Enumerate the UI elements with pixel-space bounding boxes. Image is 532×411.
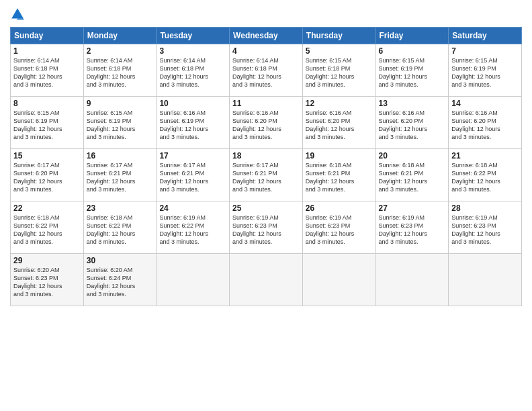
day-info: Sunrise: 6:14 AM Sunset: 6:18 PM Dayligh… (87, 56, 154, 89)
calendar-cell: 16Sunrise: 6:17 AM Sunset: 6:21 PM Dayli… (83, 149, 157, 201)
calendar-cell: 26Sunrise: 6:19 AM Sunset: 6:23 PM Dayli… (302, 201, 375, 254)
calendar-cell (157, 254, 230, 306)
day-number: 10 (159, 99, 226, 108)
day-header: Wednesday (230, 28, 303, 44)
day-number: 13 (379, 99, 446, 108)
day-info: Sunrise: 6:15 AM Sunset: 6:19 PM Dayligh… (13, 109, 81, 142)
calendar-table: SundayMondayTuesdayWednesdayThursdayFrid… (10, 27, 522, 306)
day-info: Sunrise: 6:16 AM Sunset: 6:19 PM Dayligh… (159, 109, 226, 142)
calendar-cell: 19Sunrise: 6:18 AM Sunset: 6:21 PM Dayli… (302, 149, 375, 201)
day-info: Sunrise: 6:20 AM Sunset: 6:23 PM Dayligh… (13, 266, 81, 299)
calendar-cell: 13Sunrise: 6:16 AM Sunset: 6:20 PM Dayli… (375, 97, 449, 149)
day-number: 1 (13, 46, 81, 56)
calendar-cell: 14Sunrise: 6:16 AM Sunset: 6:20 PM Dayli… (449, 97, 522, 149)
calendar-cell: 23Sunrise: 6:18 AM Sunset: 6:22 PM Dayli… (83, 201, 157, 254)
day-number: 16 (87, 151, 154, 161)
day-number: 3 (159, 46, 226, 56)
day-number: 28 (451, 203, 519, 213)
day-header: Saturday (449, 28, 522, 44)
logo (10, 7, 26, 21)
day-info: Sunrise: 6:16 AM Sunset: 6:20 PM Dayligh… (451, 109, 519, 142)
header-row: SundayMondayTuesdayWednesdayThursdayFrid… (11, 28, 522, 44)
day-info: Sunrise: 6:19 AM Sunset: 6:23 PM Dayligh… (451, 214, 519, 246)
week-row: 22Sunrise: 6:18 AM Sunset: 6:22 PM Dayli… (11, 201, 522, 254)
day-header: Sunday (11, 28, 84, 44)
day-number: 20 (379, 151, 446, 161)
week-row: 15Sunrise: 6:17 AM Sunset: 6:20 PM Dayli… (11, 149, 522, 201)
day-number: 12 (306, 99, 373, 108)
week-row: 8Sunrise: 6:15 AM Sunset: 6:19 PM Daylig… (11, 97, 522, 149)
day-info: Sunrise: 6:19 AM Sunset: 6:23 PM Dayligh… (232, 214, 300, 246)
day-info: Sunrise: 6:15 AM Sunset: 6:18 PM Dayligh… (306, 56, 373, 89)
day-info: Sunrise: 6:18 AM Sunset: 6:22 PM Dayligh… (451, 161, 519, 194)
day-number: 6 (379, 46, 446, 56)
day-info: Sunrise: 6:16 AM Sunset: 6:20 PM Dayligh… (379, 109, 446, 142)
day-number: 21 (451, 151, 519, 161)
week-row: 29Sunrise: 6:20 AM Sunset: 6:23 PM Dayli… (11, 254, 522, 306)
day-info: Sunrise: 6:16 AM Sunset: 6:20 PM Dayligh… (306, 109, 373, 142)
day-number: 18 (232, 151, 300, 161)
calendar-cell: 3Sunrise: 6:14 AM Sunset: 6:18 PM Daylig… (157, 44, 230, 97)
week-row: 1Sunrise: 6:14 AM Sunset: 6:18 PM Daylig… (11, 44, 522, 97)
calendar-cell: 28Sunrise: 6:19 AM Sunset: 6:23 PM Dayli… (449, 201, 522, 254)
day-number: 4 (232, 46, 300, 56)
calendar-cell (449, 254, 522, 306)
calendar-cell: 20Sunrise: 6:18 AM Sunset: 6:21 PM Dayli… (375, 149, 449, 201)
calendar-cell: 10Sunrise: 6:16 AM Sunset: 6:19 PM Dayli… (157, 97, 230, 149)
day-number: 15 (13, 151, 81, 161)
day-number: 23 (87, 203, 154, 213)
day-info: Sunrise: 6:14 AM Sunset: 6:18 PM Dayligh… (13, 56, 81, 89)
day-info: Sunrise: 6:19 AM Sunset: 6:23 PM Dayligh… (306, 214, 373, 246)
calendar-cell (375, 254, 449, 306)
calendar-cell: 29Sunrise: 6:20 AM Sunset: 6:23 PM Dayli… (11, 254, 84, 306)
calendar-cell: 9Sunrise: 6:15 AM Sunset: 6:19 PM Daylig… (83, 97, 157, 149)
day-info: Sunrise: 6:15 AM Sunset: 6:19 PM Dayligh… (451, 56, 519, 89)
day-header: Tuesday (157, 28, 230, 44)
day-info: Sunrise: 6:15 AM Sunset: 6:19 PM Dayligh… (379, 56, 446, 89)
calendar-cell: 15Sunrise: 6:17 AM Sunset: 6:20 PM Dayli… (11, 149, 84, 201)
day-number: 8 (13, 99, 81, 108)
day-header: Friday (375, 28, 449, 44)
calendar-cell: 5Sunrise: 6:15 AM Sunset: 6:18 PM Daylig… (302, 44, 375, 97)
day-number: 9 (87, 99, 154, 108)
day-number: 27 (379, 203, 446, 213)
calendar-cell: 17Sunrise: 6:17 AM Sunset: 6:21 PM Dayli… (157, 149, 230, 201)
day-number: 7 (451, 46, 519, 56)
calendar-cell: 18Sunrise: 6:17 AM Sunset: 6:21 PM Dayli… (230, 149, 303, 201)
day-number: 19 (306, 151, 373, 161)
day-number: 24 (159, 203, 226, 213)
calendar-cell: 27Sunrise: 6:19 AM Sunset: 6:23 PM Dayli… (375, 201, 449, 254)
calendar-cell: 1Sunrise: 6:14 AM Sunset: 6:18 PM Daylig… (11, 44, 84, 97)
calendar-cell: 4Sunrise: 6:14 AM Sunset: 6:18 PM Daylig… (230, 44, 303, 97)
calendar-cell: 21Sunrise: 6:18 AM Sunset: 6:22 PM Dayli… (449, 149, 522, 201)
day-number: 17 (159, 151, 226, 161)
day-number: 14 (451, 99, 519, 108)
calendar-page: SundayMondayTuesdayWednesdayThursdayFrid… (0, 0, 532, 411)
day-info: Sunrise: 6:18 AM Sunset: 6:22 PM Dayligh… (13, 214, 81, 246)
day-number: 26 (306, 203, 373, 213)
calendar-cell: 8Sunrise: 6:15 AM Sunset: 6:19 PM Daylig… (11, 97, 84, 149)
day-info: Sunrise: 6:19 AM Sunset: 6:23 PM Dayligh… (379, 214, 446, 246)
calendar-cell: 24Sunrise: 6:19 AM Sunset: 6:22 PM Dayli… (157, 201, 230, 254)
day-info: Sunrise: 6:17 AM Sunset: 6:21 PM Dayligh… (87, 161, 154, 194)
day-info: Sunrise: 6:18 AM Sunset: 6:21 PM Dayligh… (379, 161, 446, 194)
day-info: Sunrise: 6:14 AM Sunset: 6:18 PM Dayligh… (159, 56, 226, 89)
day-number: 2 (87, 46, 154, 56)
calendar-cell: 25Sunrise: 6:19 AM Sunset: 6:23 PM Dayli… (230, 201, 303, 254)
calendar-cell: 6Sunrise: 6:15 AM Sunset: 6:19 PM Daylig… (375, 44, 449, 97)
day-info: Sunrise: 6:17 AM Sunset: 6:20 PM Dayligh… (13, 161, 81, 194)
calendar-cell: 30Sunrise: 6:20 AM Sunset: 6:24 PM Dayli… (83, 254, 157, 306)
day-info: Sunrise: 6:14 AM Sunset: 6:18 PM Dayligh… (232, 56, 300, 89)
calendar-cell (230, 254, 303, 306)
day-number: 25 (232, 203, 300, 213)
calendar-cell: 22Sunrise: 6:18 AM Sunset: 6:22 PM Dayli… (11, 201, 84, 254)
calendar-cell: 11Sunrise: 6:16 AM Sunset: 6:20 PM Dayli… (230, 97, 303, 149)
day-info: Sunrise: 6:15 AM Sunset: 6:19 PM Dayligh… (87, 109, 154, 142)
day-number: 5 (306, 46, 373, 56)
day-info: Sunrise: 6:18 AM Sunset: 6:21 PM Dayligh… (306, 161, 373, 194)
calendar-cell: 7Sunrise: 6:15 AM Sunset: 6:19 PM Daylig… (449, 44, 522, 97)
day-info: Sunrise: 6:17 AM Sunset: 6:21 PM Dayligh… (159, 161, 226, 194)
day-number: 30 (87, 256, 154, 265)
day-info: Sunrise: 6:18 AM Sunset: 6:22 PM Dayligh… (87, 214, 154, 246)
calendar-cell: 2Sunrise: 6:14 AM Sunset: 6:18 PM Daylig… (83, 44, 157, 97)
